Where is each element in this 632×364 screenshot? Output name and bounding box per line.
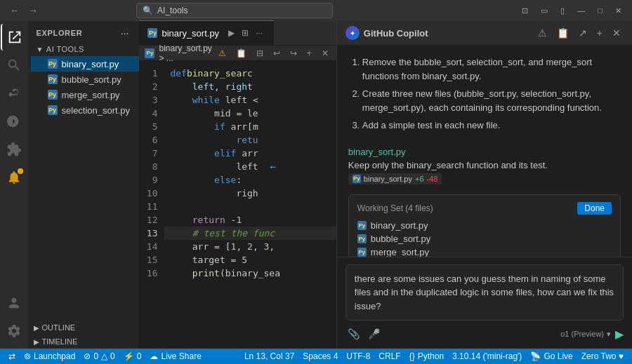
search-bar[interactable]: 🔍 <box>136 3 333 18</box>
file-item-bubble-sort[interactable]: Py bubble_sort.py <box>31 72 140 87</box>
send-button[interactable]: ▶ <box>615 328 624 341</box>
minimize-button[interactable]: — <box>574 5 588 16</box>
binary-sort-file-ref[interactable]: binary_sort.py <box>348 147 406 157</box>
chevron-right-icon: ▶ <box>34 324 39 332</box>
launchpad-icon: ⊚ <box>24 351 31 361</box>
broadcast-icon: 📡 <box>530 351 541 361</box>
error-icon: ⊘ <box>84 351 91 361</box>
search-activity-icon[interactable] <box>1 52 27 79</box>
redo-btn[interactable]: ↪ <box>288 48 299 59</box>
ws-python-icon: Py <box>357 234 367 243</box>
accounts-activity-icon[interactable] <box>1 290 27 316</box>
ws-python-icon: Py <box>357 248 367 257</box>
instruction-1: Remove the bubble_sort, selection_sort, … <box>362 55 621 83</box>
mic-btn[interactable]: 🎤 <box>366 326 382 342</box>
tabs-bar: Py binary_sort.py ▶ ⊞ ··· <box>139 21 336 46</box>
diff-badge[interactable]: Py binary_sort.py +6 -48 <box>348 173 442 184</box>
model-badge[interactable]: o1 (Preview) ▾ <box>560 330 611 339</box>
remote-status-item[interactable]: ⇄ <box>4 349 20 364</box>
nav-back-button[interactable]: ← <box>7 4 22 18</box>
code-line-9: else: <box>164 173 336 187</box>
code-line-12: return -1 <box>164 213 336 227</box>
language-label: Python <box>418 351 444 361</box>
copilot-body: Remove the bubble_sort, selection_sort, … <box>337 46 632 257</box>
file-item-selection-sort[interactable]: Py selection_sort.py <box>31 102 140 118</box>
activity-bar <box>0 21 28 349</box>
code-line-10: righ <box>164 187 336 200</box>
ws-filename: bubble_sort.py <box>371 234 430 244</box>
diff-filename: binary_sort.py <box>364 175 412 183</box>
attach-btn[interactable]: 📎 <box>345 326 362 342</box>
extension-item[interactable]: Zero Two ♥ <box>577 351 628 361</box>
new-file-button[interactable]: ··· <box>119 27 131 39</box>
nav-buttons: ← → <box>7 4 41 18</box>
outline-section[interactable]: ▶ OUTLINE <box>28 321 140 335</box>
settings-activity-icon[interactable] <box>1 318 27 344</box>
launchpad-status-item[interactable]: ⊚ Launchpad <box>20 349 79 364</box>
editor-content: 1 2 3 4 5 6 7 8 9 10 11 12 13 14 15 16 d… <box>139 61 336 349</box>
close-editor-btn[interactable]: ✕ <box>320 48 331 59</box>
maximize-button[interactable]: □ <box>594 5 606 16</box>
done-button[interactable]: Done <box>577 202 612 215</box>
clipboard-btn[interactable]: 📋 <box>234 48 249 59</box>
tab-actions: ▶ ⊞ ··· <box>226 27 265 39</box>
add-btn[interactable]: + <box>305 48 314 59</box>
split-tab-btn[interactable]: ⊞ <box>239 27 251 39</box>
layout-btn-3[interactable]: ▯ <box>557 5 568 17</box>
eol-label: CRLF <box>378 351 400 361</box>
copilot-add-btn[interactable]: + <box>594 26 605 40</box>
editor-tab-binary-sort[interactable]: Py binary_sort.py ▶ ⊞ ··· <box>139 20 274 45</box>
diff-rem: -48 <box>427 175 438 183</box>
language-item[interactable]: {} Python <box>405 351 448 361</box>
ai-tools-section[interactable]: ▼ AI TOOLS <box>28 42 140 56</box>
close-button[interactable]: ✕ <box>612 5 625 17</box>
encoding-item[interactable]: UTF-8 <box>342 351 374 361</box>
copilot-clipboard-btn[interactable]: 📋 <box>554 26 572 40</box>
python-icon: Py <box>48 105 58 115</box>
undo-btn[interactable]: ↩ <box>271 48 282 59</box>
source-control-activity-icon[interactable] <box>1 80 27 107</box>
extension-label: Zero Two ♥ <box>581 351 624 361</box>
file-item-binary-sort[interactable]: Py binary_sort.py <box>31 56 140 72</box>
run-tab-btn[interactable]: ▶ <box>226 27 237 39</box>
working-set-card: Working Set (4 files) Done Py binary_sor… <box>348 194 621 257</box>
timeline-section[interactable]: ▶ TIMELINE <box>28 335 140 349</box>
nav-forward-button[interactable]: → <box>25 4 41 18</box>
cursor-position: Ln 13, Col 37 <box>244 351 294 361</box>
spaces-item[interactable]: Spaces 4 <box>298 351 342 361</box>
eol-item[interactable]: CRLF <box>374 351 404 361</box>
diff-btn[interactable]: ⊟ <box>254 48 265 59</box>
notification-activity-icon[interactable] <box>1 164 27 191</box>
more-tab-btn[interactable]: ··· <box>254 27 265 39</box>
explorer-activity-icon[interactable] <box>1 24 27 50</box>
run-activity-icon[interactable] <box>1 108 27 135</box>
file-list: Py binary_sort.py Py bubble_sort.py Py m… <box>28 56 140 118</box>
file-item-merge-sort[interactable]: Py merge_sort.py <box>31 87 140 102</box>
layout-btn-1[interactable]: ⊡ <box>518 5 532 17</box>
ws-filename: binary_sort.py <box>371 220 428 231</box>
section-label-text: AI TOOLS <box>46 45 84 53</box>
cursor-position-item[interactable]: Ln 13, Col 37 <box>240 351 298 361</box>
extensions-activity-icon[interactable] <box>1 136 27 163</box>
file-ref-section: binary_sort.py Keep only the binary_sear… <box>348 147 621 184</box>
warning-btn[interactable]: ⚠ <box>216 48 228 59</box>
go-live-item[interactable]: 📡 Go Live <box>526 351 577 361</box>
status-bar: ⇄ ⊚ Launchpad ⊘ 0 △ 0 ⚡ 0 ☁ Live Share L… <box>0 349 632 364</box>
spaces-label: Spaces 4 <box>303 351 338 361</box>
tab-python-icon: Py <box>147 28 157 38</box>
line-numbers: 1 2 3 4 5 6 7 8 9 10 11 12 13 14 15 16 <box>139 61 164 349</box>
copilot-open-btn[interactable]: ↗ <box>576 26 590 40</box>
code-editor[interactable]: def binary_searc left, right while left … <box>164 61 336 349</box>
go-live-label: Go Live <box>544 351 572 361</box>
layout-btn-2[interactable]: ▭ <box>537 5 551 17</box>
interpreter-item[interactable]: 3.10.14 ('mini-rag') <box>448 351 526 361</box>
errors-status-item[interactable]: ⊘ 0 △ 0 <box>79 349 119 364</box>
copilot-warning-btn[interactable]: ⚠ <box>535 26 550 40</box>
chat-input-row: 📎 🎤 o1 (Preview) ▾ ▶ <box>345 326 624 342</box>
code-line-2: left, right <box>164 80 336 93</box>
search-input[interactable] <box>157 6 327 15</box>
copilot-close-btn[interactable]: ✕ <box>610 26 624 40</box>
liveshare-status-item[interactable]: ☁ Live Share <box>145 349 205 364</box>
ports-status-item[interactable]: ⚡ 0 <box>119 349 146 364</box>
code-line-13: # test the func <box>164 227 336 240</box>
